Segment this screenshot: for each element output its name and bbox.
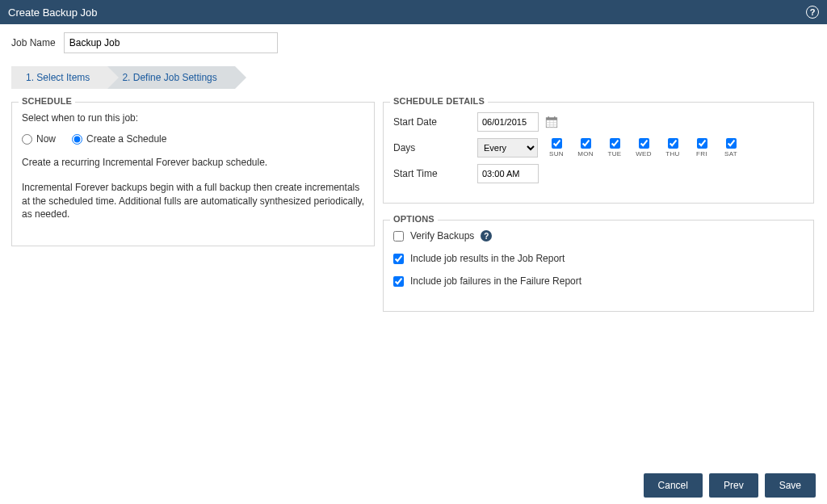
radio-schedule-input[interactable] [72,134,82,145]
day-fri-check[interactable] [697,138,707,149]
verify-row: Verify Backups ? [393,230,804,242]
jobname-label: Job Name [11,37,56,48]
dialog-title: Create Backup Job [8,6,806,19]
day-sat: SAT [720,138,741,158]
failures-check[interactable] [393,276,404,287]
title-bar: Create Backup Job ? [0,0,827,24]
wizard-steps: 1. Select Items 2. Define Job Settings [11,66,816,89]
jobname-row: Job Name [11,32,816,53]
day-sun: SUN [546,138,567,158]
results-label: Include job results in the Job Report [410,253,565,264]
options-fieldset: OPTIONS Verify Backups ? Include job res… [383,220,814,312]
jobname-input[interactable] [64,32,278,53]
day-checks: SUN MON TUE WED THU FRI SAT [546,138,741,158]
dialog-body: Job Name 1. Select Items 2. Define Job S… [0,24,827,504]
starttime-row: Start Time [393,164,804,183]
days-select[interactable]: Every [477,138,538,158]
day-sat-check[interactable] [726,138,737,149]
day-mon-check[interactable] [581,138,591,149]
schedule-col: SCHEDULE Select when to run this job: No… [11,97,375,312]
radio-create-schedule[interactable]: Create a Schedule [72,133,166,145]
calendar-icon[interactable] [544,114,560,130]
startdate-input[interactable] [477,112,539,132]
schedule-radio-row: Now Create a Schedule [22,133,364,145]
panels-row: SCHEDULE Select when to run this job: No… [11,97,816,312]
svg-rect-1 [546,118,557,120]
footer-buttons: Cancel Prev Save [644,473,816,498]
day-thu: THU [662,138,683,158]
failures-row: Include job failures in the Failure Repo… [393,275,804,287]
step-select-items[interactable]: 1. Select Items [11,66,107,89]
day-fri: FRI [691,138,712,158]
failures-label: Include job failures in the Failure Repo… [410,275,581,287]
create-backup-dialog: Create Backup Job ? Job Name 1. Select I… [0,0,827,504]
radio-now-input[interactable] [22,134,32,145]
help-icon[interactable]: ? [806,6,819,19]
prev-button[interactable]: Prev [709,473,758,498]
verify-help-icon[interactable]: ? [481,230,492,242]
verify-check[interactable] [393,231,404,242]
schedule-legend: SCHEDULE [19,96,75,106]
days-label: Days [393,142,477,153]
schedule-desc2: Incremental Forever backups begin with a… [22,181,364,221]
day-mon: MON [575,138,596,158]
results-check[interactable] [393,254,404,264]
details-col: SCHEDULE DETAILS Start Date Days Every [383,97,814,312]
starttime-input[interactable] [477,164,539,183]
day-tue: TUE [604,138,625,158]
startdate-label: Start Date [393,116,477,128]
radio-now[interactable]: Now [22,133,56,145]
startdate-row: Start Date [393,112,804,132]
results-row: Include job results in the Job Report [393,253,804,264]
step-define-settings[interactable]: 2. Define Job Settings [107,66,234,89]
options-legend: OPTIONS [390,214,438,224]
day-thu-check[interactable] [668,138,678,149]
details-legend: SCHEDULE DETAILS [390,96,488,106]
schedule-fieldset: SCHEDULE Select when to run this job: No… [11,102,375,246]
day-sun-check[interactable] [552,138,562,149]
schedule-desc1: Create a recurring Incremental Forever b… [22,156,364,170]
day-tue-check[interactable] [610,138,620,149]
schedule-instruction: Select when to run this job: [22,112,364,124]
save-button[interactable]: Save [765,473,816,498]
cancel-button[interactable]: Cancel [644,473,703,498]
day-wed-check[interactable] [639,138,649,149]
days-row: Days Every SUN MON TUE WED THU FRI SAT [393,138,804,158]
starttime-label: Start Time [393,168,477,179]
day-wed: WED [633,138,654,158]
verify-label: Verify Backups [410,230,474,242]
schedule-details-fieldset: SCHEDULE DETAILS Start Date Days Every [383,102,814,204]
